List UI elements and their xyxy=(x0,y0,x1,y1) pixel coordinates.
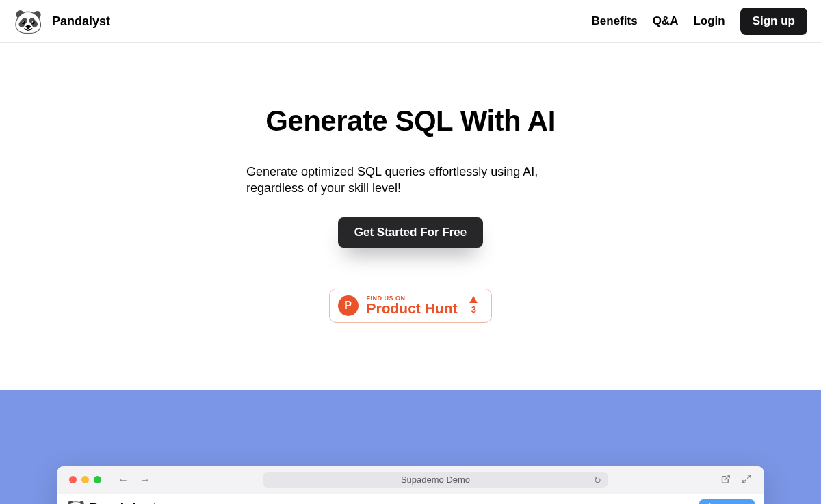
ph-left: P FIND US ON Product Hunt xyxy=(338,295,458,317)
ph-count: 3 xyxy=(469,304,478,315)
demo-brand[interactable]: 🐼 Pandalyst xyxy=(66,499,157,504)
demo-window: ← → Supademo Demo ↻ 🐼 Pandalyst xyxy=(57,466,764,504)
logout-button[interactable]: Log out xyxy=(699,499,755,504)
back-arrow-icon[interactable]: ← xyxy=(118,474,129,486)
nav-benefits[interactable]: Benefits xyxy=(592,14,638,28)
demo-panda-icon: 🐼 xyxy=(66,499,85,504)
nav-links: Benefits Q&A Login Sign up xyxy=(592,8,807,35)
ph-text: FIND US ON Product Hunt xyxy=(367,295,458,317)
upvote-icon xyxy=(469,296,478,303)
demo-section: ← → Supademo Demo ↻ 🐼 Pandalyst xyxy=(0,390,821,504)
address-text: Supademo Demo xyxy=(401,475,470,485)
nav-arrows: ← → xyxy=(118,474,151,486)
open-external-icon[interactable] xyxy=(720,474,731,486)
toolbar-right xyxy=(720,474,752,486)
demo-brand-name: Pandalyst xyxy=(89,500,157,504)
brand[interactable]: 🐼 Pandalyst xyxy=(14,10,110,33)
ph-big: Product Hunt xyxy=(367,300,458,317)
minimize-dot-icon[interactable] xyxy=(81,476,89,483)
svg-line-0 xyxy=(725,475,729,479)
close-dot-icon[interactable] xyxy=(69,476,77,483)
refresh-icon[interactable]: ↻ xyxy=(594,475,601,485)
forward-arrow-icon[interactable]: → xyxy=(140,474,151,486)
demo-appbar: 🐼 Pandalyst Log out xyxy=(57,494,764,504)
nav-qa[interactable]: Q&A xyxy=(653,14,679,28)
nav-login[interactable]: Login xyxy=(693,14,725,28)
traffic-lights xyxy=(69,476,101,483)
fullscreen-icon[interactable] xyxy=(742,474,752,486)
browser-toolbar: ← → Supademo Demo ↻ xyxy=(57,466,764,494)
brand-name: Pandalyst xyxy=(52,14,110,29)
ph-vote: 3 xyxy=(469,296,478,315)
zoom-dot-icon[interactable] xyxy=(94,476,101,483)
product-hunt-badge[interactable]: P FIND US ON Product Hunt 3 xyxy=(329,289,493,323)
panda-logo-icon: 🐼 xyxy=(14,10,42,33)
get-started-button[interactable]: Get Started For Free xyxy=(338,217,483,248)
hero-title: Generate SQL With AI xyxy=(0,105,821,137)
hero: Generate SQL With AI Generate optimized … xyxy=(0,43,821,323)
signup-button[interactable]: Sign up xyxy=(740,8,807,35)
top-nav: 🐼 Pandalyst Benefits Q&A Login Sign up xyxy=(0,0,821,43)
product-hunt-icon: P xyxy=(338,295,359,316)
hero-subtitle: Generate optimized SQL queries effortles… xyxy=(246,163,575,197)
address-bar[interactable]: Supademo Demo ↻ xyxy=(263,472,608,488)
